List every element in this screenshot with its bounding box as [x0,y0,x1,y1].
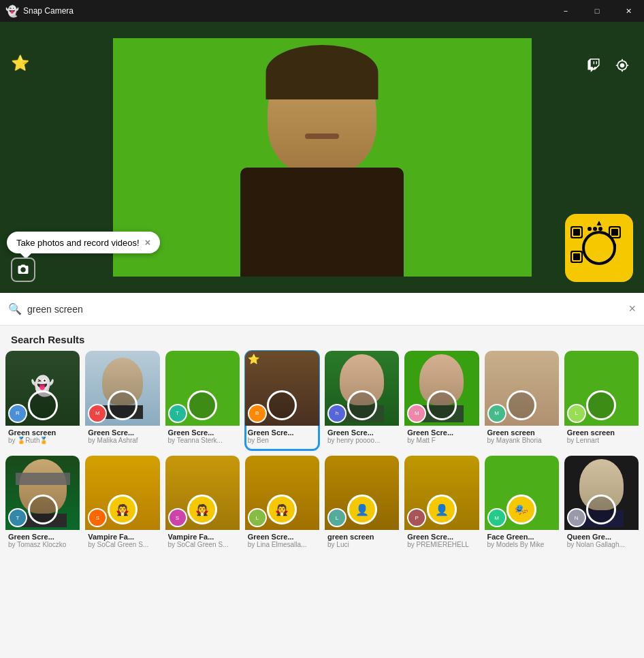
lens-author: by Lennart [567,437,636,444]
lens-avatar: R [8,404,27,423]
lens-title: green screen [327,533,396,541]
lens-author: by SoCal Green S... [168,541,237,548]
lens-author: by Malika Ashraf [88,437,157,444]
lens-title: Green Scre... [88,428,157,437]
lens-author: by SoCal Green S... [88,541,157,548]
lens-card[interactable]: 🧛LGreen Scre...by Lina Elmesalla... [245,456,319,555]
maximize-button[interactable]: □ [581,0,613,22]
lens-author: by Ben [248,437,317,444]
svg-point-10 [593,227,597,231]
lens-avatar: M [487,508,506,527]
lens-title: Queen Gre... [567,533,636,541]
svg-rect-2 [573,229,580,236]
title-bar: 👻 Snap Camera − □ ✕ [0,0,644,22]
lens-author: by henry poooo... [327,437,396,444]
lens-avatar: P [407,508,426,527]
lens-title: Green screen [567,428,636,437]
lens-avatar: N [567,508,586,527]
lens-title: Green Scre... [168,428,237,437]
lens-title: Green Scre... [248,533,317,541]
snapcode-widget[interactable]: ▲ [565,214,633,282]
twitch-icon[interactable] [583,54,605,76]
lens-title: Green screen [487,428,556,437]
search-input[interactable] [27,304,623,315]
lens-card[interactable]: MGreen Scre...by Matt F [404,351,479,450]
favorite-icon[interactable]: ⭐ [11,54,29,72]
lens-avatar: L [327,508,347,527]
lens-title: Green Scre... [8,533,77,541]
lens-card[interactable]: hGreen Scre...by henry poooo... [325,351,399,450]
lower-panel: 🔍 × Search Results 👻RGreen screenby 🏅Rut… [0,293,644,658]
lens-card[interactable]: MGreen Scre...by Malika Ashraf [85,351,159,450]
lens-author: by Mayank Bhoria [487,437,556,444]
lens-author: by 🏅Ruth🏅 [8,437,77,444]
lens-title: Green Scre... [327,428,396,437]
lens-card[interactable]: 👻RGreen screenby 🏅Ruth🏅 [5,351,80,450]
lens-title: Vampire Fa... [168,533,237,541]
tooltip-bubble: Take photos and record videos! × [7,232,160,253]
results-header: Search Results [0,326,644,351]
search-clear-button[interactable]: × [628,302,636,316]
lens-card[interactable]: LGreen screenby Lennart [564,351,639,450]
lens-title: Face Green... [487,533,556,541]
lens-avatar: M [407,404,426,423]
lens-avatar: S [88,508,107,527]
app-title: Snap Camera [23,6,74,16]
lens-avatar: M [88,404,107,423]
lens-title: Green Scre... [407,428,476,437]
svg-rect-8 [573,253,580,260]
lens-card[interactable]: TGreen Scre...by Tomasz Kloczko [5,456,80,555]
lens-author: by Matt F [407,437,476,444]
lens-author: by Teanna Sterk... [168,437,237,444]
lens-author: by Nolan Gallagh... [567,541,636,548]
lens-avatar: L [567,404,586,423]
close-button[interactable]: ✕ [613,0,644,22]
lens-card[interactable]: 🧛SVampire Fa...by SoCal Green S... [165,456,240,555]
lens-title: Green Scre... [248,428,317,437]
svg-point-9 [587,227,592,231]
svg-rect-5 [611,229,618,236]
tooltip-close-button[interactable]: × [145,237,150,248]
lens-avatar: h [327,404,347,423]
minimize-button[interactable]: − [550,0,581,22]
lens-card[interactable]: ⭐BGreen Scre...by Ben [245,351,319,450]
lens-card[interactable]: NQueen Gre...by Nolan Gallagh... [564,456,639,555]
search-icon: 🔍 [8,302,22,315]
lens-author: by Tomasz Kloczko [8,541,77,548]
lens-avatar: M [487,404,506,423]
lens-card[interactable]: 🧛SVampire Fa...by SoCal Green S... [85,456,159,555]
lens-avatar: B [248,404,267,423]
search-bar: 🔍 × [0,293,644,326]
camera-feed [113,38,532,277]
top-right-controls [583,54,633,76]
app-icon: 👻 [5,5,19,18]
window-controls: − □ ✕ [550,0,644,22]
lens-title: Vampire Fa... [88,533,157,541]
lens-card[interactable]: TGreen Scre...by Teanna Sterk... [165,351,240,450]
lens-grid-row2: TGreen Scre...by Tomasz Kloczko🧛SVampire… [0,456,644,561]
lens-author: by PREMIEREHELL [407,541,476,548]
lens-card[interactable]: MGreen screenby Mayank Bhoria [485,351,559,450]
lens-avatar: L [248,508,267,527]
camera-area: ⭐ Take photos and record vi [0,22,644,293]
lens-author: by Lina Elmesalla... [248,541,317,548]
lens-avatar: T [168,404,187,423]
lens-card[interactable]: 👤Lgreen screenby Luci [325,456,399,555]
lens-title: Green screen [8,428,77,437]
lens-avatar: S [168,508,187,527]
lens-author: by Luci [327,541,396,548]
settings-icon[interactable] [611,54,633,76]
lens-grid-row1: 👻RGreen screenby 🏅Ruth🏅 MGreen Scre...by… [0,351,644,456]
tooltip-text: Take photos and record videos! [16,238,140,248]
lens-card[interactable]: 👤PGreen Scre...by PREMIEREHELL [404,456,479,555]
lens-star-icon: ⭐ [248,354,259,364]
lens-title: Green Scre... [407,533,476,541]
camera-capture-button[interactable] [11,257,35,282]
lens-author: by Models By Mike [487,541,556,548]
lens-card[interactable]: 🎭MFace Green...by Models By Mike [485,456,559,555]
